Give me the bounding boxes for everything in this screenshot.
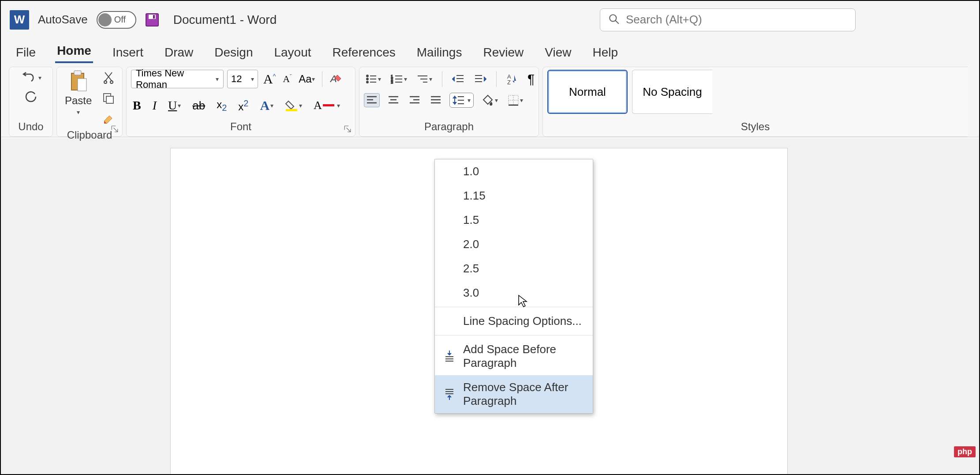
tab-draw[interactable]: Draw: [163, 42, 195, 63]
mouse-cursor-icon: [518, 294, 528, 309]
tab-file[interactable]: File: [14, 42, 37, 63]
change-case-button[interactable]: Aa▾: [297, 71, 316, 87]
align-center-button[interactable]: [386, 94, 401, 107]
paste-button[interactable]: Paste ▾: [61, 70, 95, 116]
multilevel-list-button[interactable]: ▾: [415, 72, 434, 86]
tab-insert[interactable]: Insert: [111, 42, 145, 63]
strikethrough-button[interactable]: ab: [191, 97, 207, 114]
spacing-3-0[interactable]: 3.0: [435, 281, 593, 305]
tab-home[interactable]: Home: [55, 40, 93, 63]
font-size-value: 12: [231, 73, 242, 85]
group-paragraph: ▾ 123▾ ▾ AZ ¶ ▾ ▾ ▾: [359, 67, 539, 137]
tab-help[interactable]: Help: [591, 42, 620, 63]
svg-point-14: [367, 75, 368, 77]
increase-indent-button[interactable]: [472, 72, 488, 86]
autosave-knob: [98, 13, 112, 26]
svg-text:3: 3: [391, 80, 393, 84]
text-effects-button[interactable]: A▾: [258, 96, 275, 115]
dialog-launcher-icon[interactable]: [111, 125, 119, 133]
svg-rect-6: [74, 71, 81, 75]
justify-button[interactable]: [428, 94, 443, 107]
svg-point-8: [104, 81, 107, 83]
bold-button[interactable]: B: [131, 97, 143, 114]
line-spacing-options[interactable]: Line Spacing Options...: [435, 309, 593, 333]
style-no-spacing[interactable]: No Spacing: [632, 70, 712, 114]
line-spacing-button[interactable]: ▾: [449, 93, 474, 108]
italic-button[interactable]: I: [151, 97, 158, 114]
redo-button[interactable]: [22, 88, 39, 105]
group-styles: Normal No Spacing Styles: [542, 67, 968, 137]
search-input[interactable]: [626, 13, 847, 26]
font-size-combo[interactable]: 12 ▾: [227, 70, 258, 88]
font-color-button[interactable]: A▾: [312, 97, 342, 114]
dialog-launcher-icon[interactable]: [344, 125, 352, 133]
decrease-indent-button[interactable]: [450, 72, 466, 86]
grow-font-button[interactable]: A^: [262, 70, 277, 88]
divider: [442, 71, 442, 87]
chevron-down-icon: ▾: [468, 97, 471, 104]
clear-formatting-button[interactable]: A: [328, 71, 344, 87]
shading-button[interactable]: ▾: [480, 93, 500, 108]
add-space-before[interactable]: Add Space Before Paragraph: [435, 337, 593, 375]
borders-button[interactable]: ▾: [506, 93, 525, 108]
autosave-label: AutoSave: [38, 13, 88, 26]
chevron-down-icon[interactable]: ▾: [77, 109, 80, 116]
svg-rect-7: [78, 79, 86, 91]
cut-button[interactable]: [101, 70, 116, 86]
font-name-combo[interactable]: Times New Roman ▾: [131, 70, 224, 88]
superscript-button[interactable]: x2: [236, 97, 250, 115]
tab-layout[interactable]: Layout: [272, 42, 313, 63]
autosave-state-text: Off: [114, 15, 126, 25]
highlight-button[interactable]: ▾: [283, 98, 304, 113]
underline-button[interactable]: U▾: [166, 97, 183, 114]
spacing-1-5[interactable]: 1.5: [435, 208, 593, 232]
group-label-paragraph: Paragraph: [364, 119, 534, 135]
svg-point-9: [110, 81, 113, 83]
svg-point-18: [367, 81, 368, 83]
tab-mailings[interactable]: Mailings: [415, 42, 464, 63]
menu-separator: [435, 335, 593, 336]
copy-button[interactable]: [101, 91, 116, 106]
tab-view[interactable]: View: [543, 42, 573, 63]
font-name-value: Times New Roman: [136, 68, 216, 90]
svg-text:Z: Z: [507, 79, 511, 85]
document-title: Document1 - Word: [173, 13, 277, 27]
spacing-1-0[interactable]: 1.0: [435, 159, 593, 184]
align-right-button[interactable]: [407, 94, 422, 107]
ribbon-tabs: File Home Insert Draw Design Layout Refe…: [1, 38, 979, 63]
autosave-toggle[interactable]: Off: [97, 11, 136, 29]
svg-rect-2: [153, 15, 155, 19]
sort-button[interactable]: AZ: [505, 72, 520, 87]
undo-button[interactable]: ▾: [19, 70, 43, 86]
remove-space-after-label: Remove Space After Paragraph: [463, 381, 582, 408]
numbering-button[interactable]: 123▾: [389, 72, 409, 86]
style-normal[interactable]: Normal: [547, 70, 628, 114]
group-font: Times New Roman ▾ 12 ▾ A^ Aˇ Aa▾ A B I U…: [126, 67, 355, 137]
php-badge: php: [954, 446, 976, 457]
search-icon: [608, 13, 620, 26]
group-label-font: Font: [131, 119, 351, 135]
spacing-2-5[interactable]: 2.5: [435, 256, 593, 281]
spacing-2-0[interactable]: 2.0: [435, 232, 593, 256]
ribbon: ▾ Undo Paste ▾ Clipboard: [1, 63, 979, 137]
save-icon[interactable]: [145, 13, 159, 27]
search-box[interactable]: [600, 8, 856, 31]
subscript-button[interactable]: x2: [215, 97, 228, 115]
group-label-undo: Undo: [14, 119, 48, 135]
group-label-styles: Styles: [547, 119, 963, 135]
svg-line-4: [615, 20, 619, 24]
add-space-before-label: Add Space Before Paragraph: [463, 343, 582, 370]
shrink-font-button[interactable]: Aˇ: [281, 72, 293, 87]
tab-design[interactable]: Design: [213, 42, 254, 63]
remove-space-after[interactable]: Remove Space After Paragraph: [435, 375, 593, 413]
show-marks-button[interactable]: ¶: [526, 70, 536, 88]
svg-rect-11: [106, 96, 113, 103]
bullets-button[interactable]: ▾: [364, 72, 383, 86]
tab-references[interactable]: References: [331, 42, 397, 63]
spacing-1-15[interactable]: 1.15: [435, 184, 593, 208]
divider: [496, 71, 497, 87]
group-label-clipboard: Clipboard: [61, 127, 118, 143]
tab-review[interactable]: Review: [481, 42, 525, 63]
group-clipboard: Paste ▾ Clipboard: [56, 67, 123, 137]
align-left-button[interactable]: [364, 93, 380, 107]
